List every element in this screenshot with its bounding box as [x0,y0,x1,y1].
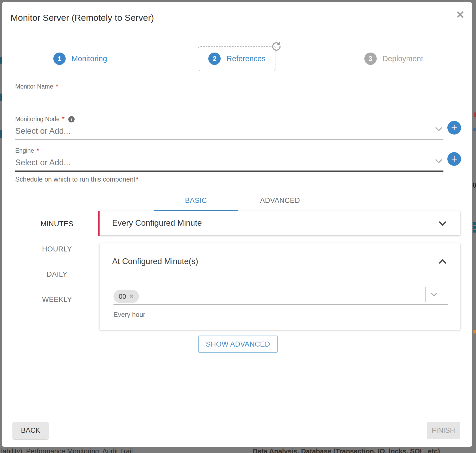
minute-chip: 00 ✕ [113,290,139,303]
add-engine-button[interactable]: + [447,152,461,166]
monitoring-node-label: Monitoring Node* i [15,116,443,123]
step-label: Monitoring [71,54,107,63]
step-number-badge: 1 [53,53,66,65]
step-number-badge: 3 [364,53,377,65]
step-number-badge: 2 [208,53,221,65]
chevron-down-icon[interactable] [434,124,443,134]
frequency-daily[interactable]: DAILY [28,262,86,287]
select-divider [429,122,429,136]
background-page-text-left: lability), Performance Monitoring, Audit… [1,447,135,453]
configured-minutes-panel: At Configured Minute(s) 00 ✕ Every hour [100,243,460,330]
required-asterisk: * [136,176,138,183]
engine-field: Engine* Select or Add... [15,147,443,172]
background-page-strip: lability), Performance Monitoring, Audit… [0,447,476,453]
selected-frequency-indicator [98,211,100,236]
back-button[interactable]: BACK [13,422,49,439]
frequency-list: MINUTES HOURLY DAILY WEEKLY [28,211,86,312]
step-label: References [226,54,265,63]
background-page-text-right: Data Analysis, Database (Transaction, IO… [253,447,440,453]
monitoring-node-field: Monitoring Node* i Select or Add... [15,116,443,140]
step-label: Deployment [382,54,423,63]
monitoring-node-select[interactable]: Select or Add... [15,126,443,136]
frequency-hourly[interactable]: HOURLY [28,236,86,262]
select-divider [425,287,426,302]
minutes-helper-text: Every hour [113,311,145,318]
monitor-name-field: Monitor Name* [15,83,461,105]
engine-select[interactable]: Select or Add... [15,158,443,167]
monitor-server-dialog: Monitor Server (Remotely to Server) ✕ 1 … [2,2,472,447]
input-underline-focused [15,171,443,172]
panel-title: At Configured Minute(s) [112,254,198,269]
frequency-minutes[interactable]: MINUTES [28,211,86,236]
required-asterisk: * [56,83,58,90]
input-underline [15,105,461,105]
schedule-section-label: Schedule on which to run this component* [15,176,138,183]
dialog-title: Monitor Server (Remotely to Server) [11,13,154,23]
add-monitoring-node-button[interactable]: + [447,121,461,135]
backdrop-artifact [473,128,476,131]
engine-label: Engine* [15,147,443,154]
backdrop-artifact [473,226,476,229]
minute-mode-dropdown[interactable]: Every Configured Minute [100,211,460,235]
backdrop-artifact [473,183,476,188]
input-underline [15,139,443,140]
finish-button: FINISH [427,422,460,439]
required-asterisk: * [62,116,65,123]
info-icon[interactable]: i [68,116,75,122]
select-divider [429,154,429,168]
step-monitoring[interactable]: 1 Monitoring [53,53,107,65]
backdrop-artifact [0,57,2,64]
step-deployment[interactable]: 3 Deployment [364,53,423,65]
backdrop-artifact [473,330,476,333]
close-icon[interactable]: ✕ [456,9,465,20]
backdrop-artifact [0,94,2,101]
step-references[interactable]: 2 References [198,46,276,71]
minute-chip-value: 00 [119,293,126,300]
backdrop-artifact [474,112,476,117]
screen: lability), Performance Monitoring, Audit… [0,0,476,453]
monitor-name-input[interactable] [15,90,461,105]
minute-mode-value: Every Configured Minute [112,211,202,235]
refresh-icon[interactable] [271,41,282,52]
backdrop-artifact [473,230,476,233]
wizard-stepper: 1 Monitoring 2 References 3 Deployment [2,42,472,76]
backdrop-artifact [473,222,476,225]
monitor-name-label: Monitor Name* [15,83,461,90]
input-underline [113,304,448,305]
schedule-tabs: BASIC ADVANCED [154,190,322,211]
dialog-header: Monitor Server (Remotely to Server) ✕ [2,2,472,35]
chip-remove-icon[interactable]: ✕ [129,293,134,300]
required-asterisk: * [37,147,39,154]
show-advanced-button[interactable]: SHOW ADVANCED [198,336,278,353]
chevron-down-icon[interactable] [438,218,448,228]
tab-advanced[interactable]: ADVANCED [238,190,322,211]
backdrop-artifact [0,130,2,138]
chevron-down-icon[interactable] [434,156,443,166]
chevron-up-icon[interactable] [438,257,448,267]
chevron-down-icon[interactable] [430,291,438,298]
frequency-weekly[interactable]: WEEKLY [28,287,86,312]
tab-basic[interactable]: BASIC [154,190,238,211]
